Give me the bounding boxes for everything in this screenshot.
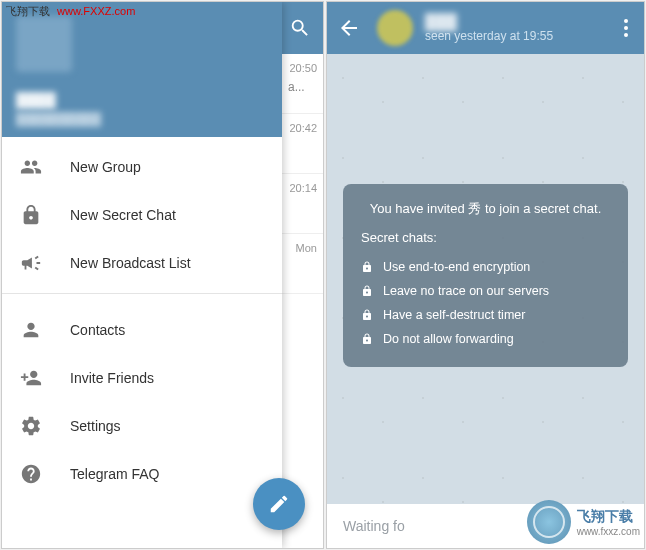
arrow-left-icon: [337, 16, 361, 40]
menu-divider: [2, 293, 282, 294]
chat-row-preview: a...: [288, 80, 305, 94]
chat-contact-name: ███: [425, 13, 618, 27]
chat-list-background: 20:50a...20:4220:14Mon: [282, 2, 323, 548]
menu-label: New Secret Chat: [70, 207, 176, 223]
gear-icon: [20, 415, 42, 437]
watermark-logo-icon: [527, 500, 571, 544]
menu-label: Contacts: [70, 322, 125, 338]
watermark-top-url: www.FXXZ.com: [57, 5, 135, 17]
chat-body: You have invited 秀 to join a secret chat…: [327, 54, 644, 504]
chat-input-placeholder: Waiting fo: [343, 518, 405, 534]
chat-row-time: Mon: [296, 242, 317, 254]
drawer-menu-primary: New GroupNew Secret ChatNew Broadcast Li…: [2, 137, 282, 287]
menu-item-new-broadcast[interactable]: New Broadcast List: [2, 239, 282, 287]
menu-item-settings[interactable]: Settings: [2, 402, 282, 450]
secret-point-text: Do not allow forwarding: [383, 332, 514, 346]
secret-point-text: Use end-to-end encryption: [383, 260, 530, 274]
menu-item-new-secret-chat[interactable]: New Secret Chat: [2, 191, 282, 239]
compose-fab[interactable]: [253, 478, 305, 530]
help-icon: [20, 463, 42, 485]
drawer-menu-secondary: ContactsInvite FriendsSettingsTelegram F…: [2, 300, 282, 498]
pencil-icon: [268, 493, 290, 515]
secret-point-text: Have a self-destruct timer: [383, 308, 525, 322]
secret-chat-point: Leave no trace on our servers: [361, 279, 610, 303]
chat-list-row[interactable]: 20:50a...: [282, 54, 323, 114]
chat-list-header: [282, 2, 323, 54]
right-panel: ███ seen yesterday at 19:55 You have inv…: [326, 1, 645, 549]
secret-point-text: Leave no trace on our servers: [383, 284, 549, 298]
svg-point-2: [624, 33, 628, 37]
secret-chat-point: Use end-to-end encryption: [361, 255, 610, 279]
menu-item-invite[interactable]: Invite Friends: [2, 354, 282, 402]
chat-row-time: 20:42: [289, 122, 317, 134]
user-phone: ██████████: [16, 112, 268, 126]
secret-chat-point: Do not allow forwarding: [361, 327, 610, 351]
user-avatar[interactable]: [16, 16, 72, 72]
invite-icon: [20, 367, 42, 389]
chat-list-row[interactable]: Mon: [282, 234, 323, 294]
back-button[interactable]: [337, 16, 361, 40]
secret-chat-point: Have a self-destruct timer: [361, 303, 610, 327]
menu-item-new-group[interactable]: New Group: [2, 143, 282, 191]
watermark-bottom-url: www.fxxz.com: [577, 526, 640, 537]
chat-last-seen: seen yesterday at 19:55: [425, 29, 618, 43]
lock-icon: [361, 309, 373, 321]
svg-point-1: [624, 26, 628, 30]
menu-item-contacts[interactable]: Contacts: [2, 306, 282, 354]
watermark-top-label: 飞翔下载: [6, 5, 50, 17]
chat-header: ███ seen yesterday at 19:55: [327, 2, 644, 54]
chat-row-time: 20:14: [289, 182, 317, 194]
drawer-header: ████ ██████████: [2, 2, 282, 137]
lock-icon: [361, 261, 373, 273]
watermark-bottom-label: 飞翔下载: [577, 508, 633, 524]
lock-icon: [361, 285, 373, 297]
secret-invite-text: You have invited 秀 to join a secret chat…: [361, 200, 610, 218]
search-icon[interactable]: [289, 17, 311, 39]
watermark-bottom: 飞翔下载 www.fxxz.com: [527, 500, 640, 544]
lock-icon: [361, 333, 373, 345]
user-name: ████: [16, 92, 268, 108]
chat-list-row[interactable]: 20:42: [282, 114, 323, 174]
watermark-top: 飞翔下载 www.FXXZ.com: [6, 4, 135, 19]
navigation-drawer: ████ ██████████ New GroupNew Secret Chat…: [2, 2, 282, 548]
menu-label: Settings: [70, 418, 121, 434]
lock-icon: [20, 204, 42, 226]
chat-list-row[interactable]: 20:14: [282, 174, 323, 234]
chat-row-time: 20:50: [289, 62, 317, 74]
left-panel: 20:50a...20:4220:14Mon ████ ██████████ N…: [1, 1, 324, 549]
more-vertical-icon: [624, 19, 628, 37]
menu-label: Telegram FAQ: [70, 466, 159, 482]
menu-label: Invite Friends: [70, 370, 154, 386]
secret-chat-info-card: You have invited 秀 to join a secret chat…: [343, 184, 628, 367]
more-options-button[interactable]: [618, 19, 634, 37]
person-icon: [20, 319, 42, 341]
broadcast-icon: [20, 252, 42, 274]
secret-heading: Secret chats:: [361, 230, 610, 245]
svg-point-0: [624, 19, 628, 23]
chat-title-area[interactable]: ███ seen yesterday at 19:55: [425, 13, 618, 43]
menu-item-faq[interactable]: Telegram FAQ: [2, 450, 282, 498]
menu-label: New Group: [70, 159, 141, 175]
group-icon: [20, 156, 42, 178]
menu-label: New Broadcast List: [70, 255, 191, 271]
chat-avatar[interactable]: [377, 10, 413, 46]
